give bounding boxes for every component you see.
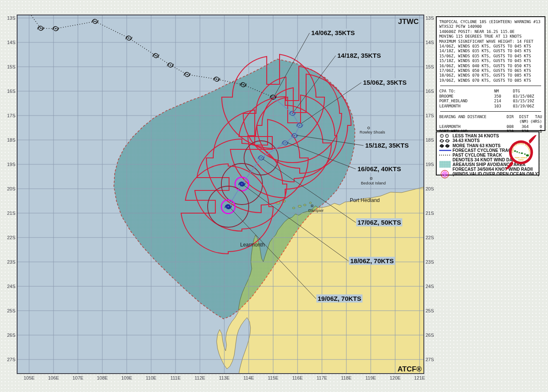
bearing-distance-table: BEARING AND DISTANCE DIR DIST TAU (NM) (…: [439, 114, 542, 134]
y-tick-label-left: 15S: [7, 64, 15, 69]
track-point-label: 14/18Z, 35KTS: [337, 52, 381, 59]
panel-divider: [440, 86, 541, 86]
cpa-title: CPA TO:: [439, 89, 494, 93]
y-tick-label-left: 21S: [7, 211, 15, 216]
x-tick-label: 105E: [24, 375, 35, 380]
track-point-label: 18/06Z, 70KTS: [350, 257, 394, 264]
track-point-label: 15/06Z, 35KTS: [363, 79, 407, 86]
logo-subtext: PEARL HARBOR: [515, 157, 527, 159]
page: { "corner": { "top_right": "JTWC", "bott…: [0, 0, 548, 392]
y-tick-label-right: 20S: [426, 186, 434, 191]
warning-line: 15/06Z, WINDS 035 KTS, GUSTS TO 045 KTS: [439, 53, 542, 58]
cpa-header-row: CPA TO: NM DTG: [439, 89, 542, 93]
y-tick-label-left: 16S: [7, 89, 15, 94]
y-tick-label-left: 17S: [7, 113, 15, 118]
track-point-label: 16/06Z, 40KTS: [357, 165, 401, 172]
y-tick-label-right: 23S: [426, 259, 434, 264]
bearing-row: LEARMONTH0083640: [439, 124, 542, 129]
warning-line: MOVING 115 DEGREES TRUE AT 13 KNOTS: [439, 34, 542, 39]
forecast-track-icon: [438, 148, 453, 153]
less-than-34-icon: [438, 134, 453, 138]
track-point-label: 15/18Z, 35KTS: [365, 142, 409, 149]
y-tick-label-left: 23S: [7, 259, 15, 264]
34-63-knots-icon: [438, 138, 453, 143]
more-than-63-icon: [438, 143, 453, 148]
bearing-col-dist: DIST: [514, 114, 529, 119]
warning-line: 17/06Z, WINDS 050 KTS, GUSTS TO 065 KTS: [439, 68, 542, 73]
y-tick-label-right: 18S: [426, 137, 434, 143]
x-tick-label: 117E: [317, 375, 328, 380]
warning-lines: TROPICAL CYCLONE 18S (EIGHTEEN) WARNING …: [439, 19, 542, 83]
legend-label: MORE THAN 63 KNOTS: [453, 143, 500, 148]
warning-line: 16/06Z, WINDS 040 KTS, GUSTS TO 050 KTS: [439, 63, 542, 68]
y-tick-label-right: 27S: [426, 357, 434, 362]
x-tick-label: 109E: [121, 375, 132, 380]
bearing-col-tau-unit: (HRS): [529, 119, 542, 124]
y-tick-label-left: 26S: [7, 333, 15, 338]
y-tick-label-right: 21S: [426, 211, 434, 216]
warning-line: 14/06Z, WINDS 035 KTS, GUSTS TO 045 KTS: [439, 44, 542, 48]
danger-area-icon: [438, 160, 453, 165]
y-tick-label-right: 13S: [426, 15, 434, 21]
y-tick-label-right: 16S: [426, 89, 434, 94]
bearing-header-row: BEARING AND DISTANCE DIR DIST TAU: [439, 114, 542, 119]
x-tick-label: 106E: [48, 375, 59, 380]
x-tick-label: 121E: [414, 375, 425, 380]
logo-subtext: HAWAII: [518, 159, 524, 161]
track-point-label: 17/06Z, 50KTS: [357, 219, 401, 226]
place-label: Port Hedland: [350, 197, 380, 203]
track-point-label: 14/06Z, 35KTS: [311, 29, 355, 36]
y-tick-label-left: 18S: [7, 137, 15, 143]
x-tick-label: 111E: [170, 375, 181, 380]
y-tick-label-left: 27S: [7, 357, 15, 362]
x-tick-label: 118E: [341, 375, 352, 380]
legend-label: 34-63 KNOTS: [453, 138, 480, 143]
y-tick-label-right: 19S: [426, 162, 434, 167]
y-tick-label-left: 14S: [7, 40, 15, 45]
x-tick-label: 108E: [97, 375, 108, 380]
y-tick-label-right: 22S: [426, 235, 434, 240]
y-tick-label-right: 26S: [426, 333, 434, 338]
warning-line: 15/18Z, WINDS 035 KTS, GUSTS TO 045 KTS: [439, 58, 542, 63]
legend-panel: LESS THAN 34 KNOTS 34-63 KNOTS MORE THAN…: [436, 131, 539, 175]
x-tick-label: 114E: [244, 375, 254, 380]
bearing-col-dist-unit: (NM): [514, 119, 529, 124]
atcf-credit: ATCF®: [397, 365, 422, 373]
cpa-col-nm: NM: [494, 89, 513, 93]
place-label: Learmonth: [240, 242, 265, 248]
x-tick-label: 113E: [219, 375, 230, 380]
legend-label: PAST CYCLONE TRACK: [453, 153, 502, 157]
track-point-label: 19/06Z, 70KTS: [318, 295, 361, 302]
cpa-table: CPA TO: NM DTG BROOME35003/15/08ZPORT_HE…: [439, 89, 542, 108]
logo-swirl-tail: [506, 161, 513, 169]
y-tick-label-right: 24S: [426, 284, 434, 289]
panel-divider: [440, 111, 541, 112]
warning-line: 14/18Z, WINDS 035 KTS, GUSTS TO 045 KTS: [439, 48, 542, 53]
x-tick-label: 112E: [195, 375, 206, 380]
y-tick-label-left: 24S: [7, 284, 15, 289]
y-tick-label-left: 22S: [7, 235, 15, 240]
bearing-col-dir: DIR: [500, 114, 513, 119]
x-tick-label: 115E: [268, 375, 279, 380]
warning-line: MAXIMUM SIGNIFICANT WAVE HEIGHT: 14 FEET: [439, 39, 542, 44]
bearing-title: BEARING AND DISTANCE: [439, 114, 500, 119]
y-tick-label-left: 20S: [7, 186, 15, 191]
x-tick-label: 110E: [146, 375, 157, 380]
warning-line: WTXS32 PGTW 140900: [439, 24, 542, 29]
y-tick-label-right: 15S: [426, 64, 434, 69]
warning-line: 18/06Z, WINDS 070 KTS, GUSTS TO 085 KTS: [439, 73, 542, 77]
warning-line: TROPICAL CYCLONE 18S (EIGHTEEN) WARNING …: [439, 19, 542, 24]
y-tick-label-left: 13S: [7, 15, 15, 21]
y-tick-label-right: 25S: [426, 308, 434, 313]
logo-swirl-tail: [529, 135, 536, 144]
bearing-col-tau: TAU: [529, 114, 542, 119]
cpa-row: LEARMONTH10303/19/06Z: [439, 104, 542, 108]
bearing-units-row: (NM) (HRS): [439, 119, 542, 124]
x-tick-label: 119E: [366, 375, 376, 380]
place-label: Bedout Island: [361, 181, 386, 185]
y-tick-label-left: 25S: [7, 308, 15, 313]
past-track-icon: [438, 153, 453, 157]
x-tick-label: 120E: [390, 375, 401, 380]
warning-line: 140600Z POSIT: NEAR 16.2S 115.0E: [439, 29, 542, 34]
x-tick-label: 107E: [72, 375, 83, 380]
